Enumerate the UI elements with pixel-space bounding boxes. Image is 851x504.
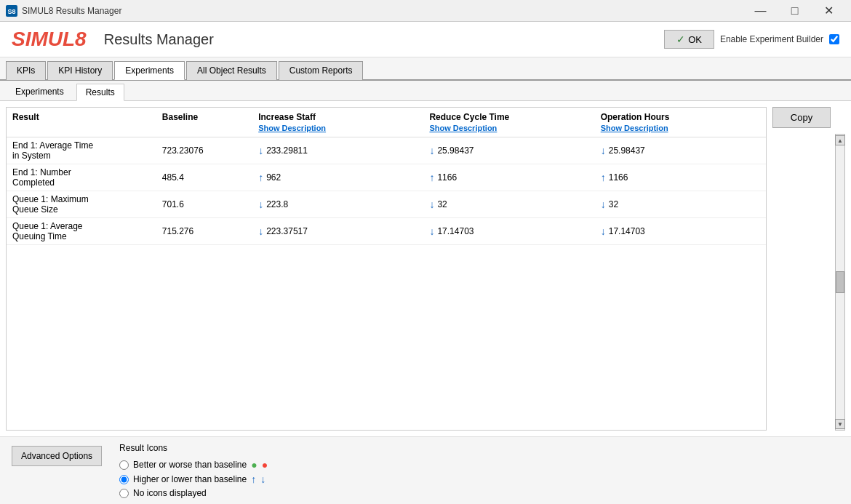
svg-text:S8: S8 — [7, 8, 15, 15]
close-button[interactable]: ✕ — [812, 0, 845, 22]
tab-experiments[interactable]: Experiments — [114, 61, 185, 80]
cell-increase-staff: ↓ 223.37517 — [252, 218, 423, 245]
scroll-down-button[interactable]: ▼ — [835, 419, 845, 429]
arrow-down-icon: ↓ — [258, 145, 263, 156]
copy-button[interactable]: Copy — [772, 107, 831, 128]
show-desc-reduce[interactable]: Show Description — [429, 124, 588, 132]
tab-results[interactable]: Results — [76, 84, 124, 101]
header: SIMUL8 Results Manager ✓ OK Enable Exper… — [0, 22, 851, 57]
col-header-baseline: Baseline — [156, 108, 252, 137]
arrow-down-icon: ↓ — [601, 145, 606, 156]
results-area: Result Baseline Increase Staff Show Desc… — [0, 101, 851, 436]
arrow-down-icon: ↓ — [258, 225, 263, 237]
cell-operation-hours: ↓ 25.98437 — [595, 137, 766, 164]
col-header-operation-hours: Operation Hours Show Description — [595, 108, 766, 137]
cell-value-text: 32 — [609, 199, 618, 209]
arrow-up-icon: ↑ — [601, 172, 606, 183]
cell-value-text: 25.98437 — [437, 145, 474, 156]
app-title: Results Manager — [104, 31, 214, 48]
advanced-options-button[interactable]: Advanced Options — [12, 446, 102, 466]
cell-increase-staff: ↓ 223.8 — [252, 191, 423, 218]
maximize-button[interactable]: □ — [778, 0, 811, 22]
table-row: Queue 1: AverageQueuing Time 715.276 ↓ 2… — [7, 218, 766, 245]
cell-result: Queue 1: MaximumQueue Size — [7, 191, 156, 218]
arrow-up-icon: ↑ — [258, 172, 263, 183]
checkmark-icon: ✓ — [676, 33, 685, 45]
higher-lower-label: Higher or lower than baseline — [133, 474, 247, 484]
col-header-reduce-cycle: Reduce Cycle Time Show Description — [423, 108, 594, 137]
better-worse-option: Better or worse than baseline ● ● — [119, 459, 268, 471]
main-window: SIMUL8 Results Manager ✓ OK Enable Exper… — [0, 22, 851, 504]
higher-lower-radio[interactable] — [119, 475, 129, 484]
enable-label: Enable Experiment Builder — [720, 34, 823, 44]
main-tabs: KPIs KPI History Experiments All Object … — [0, 57, 851, 81]
dot-red-icon: ● — [262, 459, 268, 471]
tab-custom-reports[interactable]: Custom Reports — [279, 61, 364, 80]
arrow-down-icon: ↓ — [260, 473, 265, 485]
content-area: Result Baseline Increase Staff Show Desc… — [0, 101, 851, 504]
tab-kpi-history[interactable]: KPI History — [47, 61, 113, 80]
cell-value-text: 17.14703 — [437, 226, 474, 236]
ok-button[interactable]: ✓ OK — [664, 30, 714, 49]
window-controls: — □ ✕ — [744, 0, 845, 22]
arrow-down-icon: ↓ — [601, 199, 606, 210]
enable-experiment-checkbox[interactable] — [829, 34, 839, 44]
better-worse-radio[interactable] — [119, 460, 129, 470]
col-header-increase-staff: Increase Staff Show Description — [252, 108, 423, 137]
titlebar: S8 SIMUL8 Results Manager — □ ✕ — [0, 0, 851, 22]
no-icons-option: No icons displayed — [119, 488, 268, 498]
cell-baseline: 723.23076 — [156, 137, 252, 164]
ok-label: OK — [688, 34, 702, 45]
cell-baseline: 701.6 — [156, 191, 252, 218]
arrow-up-icon: ↑ — [429, 172, 434, 183]
cell-value-text: 1166 — [609, 172, 628, 183]
cell-operation-hours: ↓ 32 — [595, 191, 766, 218]
arrow-down-icon: ↓ — [429, 199, 434, 210]
tab-all-object-results[interactable]: All Object Results — [186, 61, 277, 80]
arrow-down-icon: ↓ — [429, 145, 434, 156]
table-row: End 1: Average Timein System 723.23076 ↓… — [7, 137, 766, 164]
results-table-container[interactable]: Result Baseline Increase Staff Show Desc… — [6, 107, 767, 431]
cell-value-text: 17.14703 — [609, 226, 645, 236]
arrow-down-icon: ↓ — [601, 225, 606, 237]
col-header-result: Result — [7, 108, 156, 137]
result-icons-panel: Result Icons Better or worse than baseli… — [119, 443, 268, 498]
cell-result: End 1: Average Timein System — [7, 137, 156, 164]
cell-reduce-cycle: ↓ 25.98437 — [423, 137, 594, 164]
arrow-down-icon: ↓ — [258, 199, 263, 210]
cell-value-text: 962 — [266, 172, 281, 183]
cell-value-text: 233.29811 — [266, 145, 308, 156]
cell-baseline: 715.276 — [156, 218, 252, 245]
cell-increase-staff: ↓ 233.29811 — [252, 137, 423, 164]
no-icons-radio[interactable] — [119, 489, 129, 498]
show-desc-operation[interactable]: Show Description — [601, 124, 760, 132]
scroll-thumb[interactable] — [836, 271, 844, 293]
cell-value-text: 32 — [437, 199, 447, 209]
cell-operation-hours: ↓ 17.14703 — [595, 218, 766, 245]
cell-reduce-cycle: ↓ 17.14703 — [423, 218, 594, 245]
scroll-up-button[interactable]: ▲ — [835, 135, 845, 145]
cell-value-text: 223.37517 — [266, 226, 308, 236]
cell-value-text: 1166 — [437, 172, 457, 183]
tab-kpis[interactable]: KPIs — [6, 61, 46, 80]
cell-operation-hours: ↑ 1166 — [595, 164, 766, 191]
sub-tabs: Experiments Results — [0, 81, 851, 101]
result-icons-title: Result Icons — [119, 443, 268, 453]
table-row: Queue 1: MaximumQueue Size 701.6 ↓ 223.8 — [7, 191, 766, 218]
ok-area: ✓ OK Enable Experiment Builder — [664, 30, 839, 49]
better-worse-label: Better or worse than baseline — [133, 460, 247, 470]
minimize-button[interactable]: — — [744, 0, 777, 22]
dot-green-icon: ● — [251, 459, 257, 471]
cell-increase-staff: ↑ 962 — [252, 164, 423, 191]
app-icon: S8 — [6, 5, 17, 17]
cell-result: Queue 1: AverageQueuing Time — [7, 218, 156, 245]
cell-reduce-cycle: ↓ 32 — [423, 191, 594, 218]
higher-lower-option: Higher or lower than baseline ↑ ↓ — [119, 473, 268, 485]
table-row: End 1: NumberCompleted 485.4 ↑ 962 — [7, 164, 766, 191]
simul8-logo: SIMUL8 — [12, 28, 87, 51]
titlebar-title: SIMUL8 Results Manager — [22, 6, 744, 16]
bottom-bar: Advanced Options Result Icons Better or … — [0, 436, 851, 504]
tab-experiments-sub[interactable]: Experiments — [6, 83, 73, 100]
cell-result: End 1: NumberCompleted — [7, 164, 156, 191]
show-desc-increase[interactable]: Show Description — [258, 124, 417, 132]
